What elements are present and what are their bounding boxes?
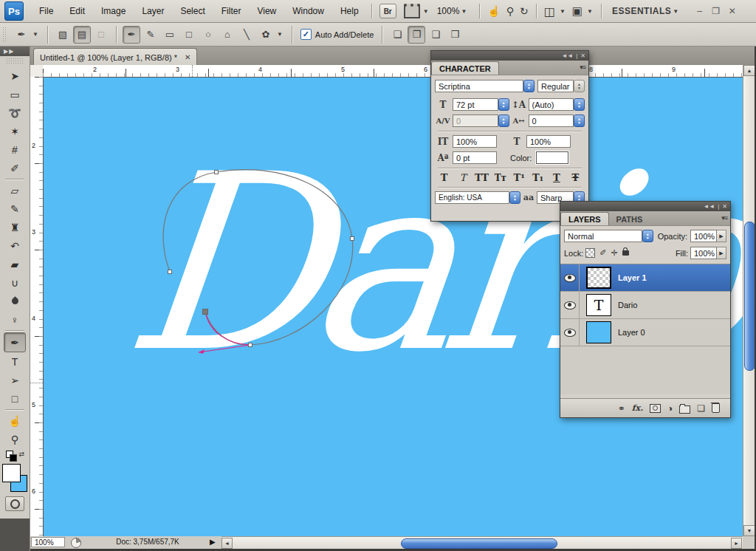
pathop-exclude-overlapping-areas[interactable]: ❒	[446, 26, 464, 44]
stepper-icon[interactable]: ▲▼	[498, 98, 509, 111]
menu-layer[interactable]: Layer	[134, 6, 172, 16]
launch-bridge-button[interactable]: Br	[379, 4, 396, 18]
rectangular-marquee-tool[interactable]: ▭	[4, 85, 25, 103]
style-button-strikethrough[interactable]: Ŧ	[566, 172, 585, 183]
eye-icon[interactable]	[564, 329, 576, 337]
chevron-down-icon[interactable]: ▼	[560, 8, 566, 15]
menu-view[interactable]: View	[249, 6, 284, 16]
lock-transparency-icon[interactable]	[585, 248, 595, 258]
tool-preset-icon[interactable]: ✒	[13, 26, 30, 44]
blur-tool[interactable]	[4, 292, 25, 310]
menu-file[interactable]: File	[31, 6, 61, 16]
eye-icon[interactable]	[564, 274, 576, 282]
horizontal-scale-value[interactable]: 100%	[526, 135, 571, 148]
menu-select[interactable]: Select	[172, 6, 213, 16]
font-family-select[interactable]: Scriptina ▲▼	[435, 80, 535, 92]
mode-shape-layers[interactable]: ▧	[54, 26, 72, 44]
mode-paths[interactable]: ▤	[73, 26, 91, 44]
lasso-tool[interactable]: ➰	[4, 103, 25, 122]
status-menu-arrow[interactable]: ▶	[210, 538, 216, 546]
foreground-color-swatch[interactable]	[2, 464, 21, 482]
layer-mask-icon[interactable]	[650, 404, 661, 413]
fill-arrow-icon[interactable]: ▶	[717, 247, 726, 259]
scroll-left-arrow[interactable]: ◄	[221, 538, 233, 549]
drag-grip[interactable]	[2, 27, 7, 43]
hand-icon[interactable]: ☝	[487, 5, 500, 17]
baseline-shift-value[interactable]: 0 pt	[453, 151, 497, 164]
opacity-control[interactable]: 100% ▶	[690, 230, 726, 242]
style-button-all-caps[interactable]: TT	[472, 172, 491, 183]
layer-effects-icon[interactable]: fx.	[632, 403, 643, 413]
delete-layer-icon[interactable]	[712, 403, 720, 413]
menu-window[interactable]: Window	[284, 6, 332, 16]
visibility-cell[interactable]	[560, 319, 580, 346]
tracking-select[interactable]: 0 ▲▼	[529, 114, 585, 127]
lock-all-icon[interactable]	[622, 250, 629, 256]
link-layers-icon[interactable]: ⚭	[618, 403, 625, 414]
shape-pen[interactable]: ✒	[123, 26, 140, 44]
menu-help[interactable]: Help	[332, 6, 367, 16]
vertical-scroll-thumb[interactable]	[744, 222, 755, 371]
zoom-icon[interactable]: ⚲	[506, 5, 514, 17]
rotate-view-icon[interactable]: ↻	[520, 5, 529, 17]
minimize-button[interactable]: –	[692, 4, 708, 18]
panel-menu-icon[interactable]: ▾≡	[580, 64, 585, 71]
style-button-faux-italic[interactable]: T	[453, 172, 472, 183]
layer-row-layer-1[interactable]: Layer 1	[560, 264, 730, 292]
swap-colors-icon[interactable]: ⇄	[18, 451, 24, 458]
app-logo[interactable]: Ps	[4, 1, 24, 21]
shape-custom-shape[interactable]: ✿	[257, 26, 275, 44]
lock-position-icon[interactable]: ✛	[611, 248, 618, 258]
style-button-subscript[interactable]: T₁	[529, 172, 547, 183]
tab-character[interactable]: CHARACTER	[431, 61, 499, 75]
horizontal-ruler[interactable]: 23456789	[43, 65, 743, 78]
close-button[interactable]: ✕	[724, 4, 740, 18]
horizontal-scrollbar[interactable]: ◄ ►	[221, 536, 743, 550]
style-button-faux-bold[interactable]: T	[435, 172, 453, 183]
workspace-switcher[interactable]: ESSENTIALS ▼	[612, 6, 683, 16]
shape-ellipse[interactable]: ○	[199, 26, 217, 44]
close-document-icon[interactable]: ✕	[185, 53, 190, 61]
crop-tool[interactable]: #	[4, 140, 25, 159]
tab-paths[interactable]: PATHS	[609, 213, 650, 225]
layer-row-layer-0[interactable]: Layer 0	[560, 319, 730, 346]
eyedropper-tool[interactable]: ✐	[4, 159, 25, 177]
font-style-select[interactable]: Regular ▲▼	[537, 80, 585, 92]
font-size-select[interactable]: 72 pt ▲▼	[453, 98, 509, 111]
stepper-icon[interactable]: ▲▼	[642, 230, 653, 242]
collapse-panel-icon[interactable]: ◄◄	[703, 203, 715, 210]
adjustment-layer-icon[interactable]: ◑	[667, 403, 673, 414]
auto-add-delete-option[interactable]: ✓ Auto Add/Delete	[300, 29, 374, 40]
status-zoom-field[interactable]: 100%	[31, 537, 65, 547]
history-brush-tool[interactable]: ↶	[4, 236, 25, 255]
pen-tool[interactable]: ✒	[4, 332, 26, 352]
vertical-scrollbar[interactable]: ▲ ▼	[743, 65, 755, 536]
menu-edit[interactable]: Edit	[61, 6, 93, 16]
vertical-scale-value[interactable]: 100%	[453, 135, 497, 148]
language-select[interactable]: English: USA ▲▼	[435, 191, 520, 204]
layer-group-icon[interactable]	[679, 405, 690, 414]
document-size-info[interactable]: Doc: 3,75M/657,7K	[89, 538, 207, 546]
arrange-documents-icon[interactable]: ◫	[544, 4, 555, 18]
brush-tool[interactable]: ✎	[4, 199, 25, 218]
shape-line[interactable]: ╲	[238, 26, 255, 44]
panel-menu-icon[interactable]: ▾≡	[721, 214, 727, 222]
stepper-icon[interactable]: ▲▼	[498, 114, 509, 127]
opacity-arrow-icon[interactable]: ▶	[717, 230, 726, 242]
clone-stamp-tool[interactable]: ♜	[4, 218, 25, 236]
leading-select[interactable]: (Auto) ▲▼	[529, 98, 585, 111]
default-colors-control[interactable]: ⇄	[4, 451, 25, 462]
hand-tool[interactable]: ☝	[4, 411, 25, 430]
scroll-right-arrow[interactable]: ►	[731, 538, 742, 549]
horizontal-scroll-thumb[interactable]	[401, 538, 557, 549]
text-color-swatch[interactable]	[536, 151, 568, 164]
eraser-tool[interactable]: ▰	[4, 255, 25, 273]
stepper-icon[interactable]: ▲▼	[574, 114, 585, 127]
new-layer-icon[interactable]: ❏	[697, 403, 705, 414]
stepper-icon[interactable]: ▲▼	[574, 80, 585, 92]
shape-rectangle[interactable]: ▭	[161, 26, 179, 44]
layer-row-dario[interactable]: TDario	[560, 292, 730, 319]
document-tab[interactable]: Untitled-1 @ 100% (Layer 1, RGB/8) * ✕	[33, 48, 197, 66]
stepper-icon[interactable]: ▲▼	[509, 191, 520, 204]
blend-mode-select[interactable]: Normal ▲▼	[564, 230, 653, 242]
